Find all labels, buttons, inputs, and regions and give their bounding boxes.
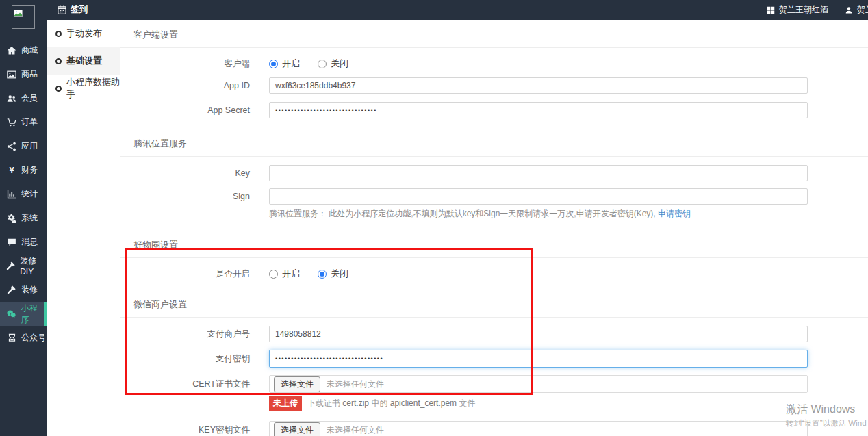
submenu-item-basic-settings[interactable]: 基础设置 — [47, 47, 120, 75]
submenu-item-label: 基础设置 — [66, 55, 102, 67]
circle-on-radio[interactable]: 开启 — [269, 268, 300, 280]
sidebar-item-label: 统计 — [21, 188, 38, 200]
calendar-icon — [58, 5, 66, 14]
admin-app: 签到 贺兰王朝红酒 贺兰王朝红酒 商城 — [0, 0, 868, 436]
sign-input[interactable] — [269, 188, 808, 205]
sidebar-item-decor[interactable]: 装修 — [0, 278, 47, 302]
circle-o-icon — [55, 31, 62, 37]
field-label: App ID — [120, 81, 250, 90]
radio-icon — [318, 270, 327, 279]
tab-signin[interactable]: 签到 — [58, 0, 88, 20]
app-secret-input[interactable] — [269, 102, 808, 118]
th-large-icon — [767, 6, 775, 14]
sign-row: Sign — [120, 188, 868, 205]
user-menu[interactable]: 贺兰王朝红酒 — [845, 4, 868, 16]
hammer-icon — [6, 285, 17, 295]
sidebar-item-label: 商品 — [21, 68, 38, 80]
choose-file-button[interactable]: 选择文件 — [274, 376, 320, 392]
sidebar-item-orders[interactable]: 订单 — [0, 110, 47, 134]
sidebar-item-finance[interactable]: ¥ 财务 — [0, 158, 47, 182]
not-uploaded-badge: 未上传 — [269, 396, 302, 411]
sidebar-nav: 商城 商品 会员 订单 应用 ¥ 财务 — [0, 38, 47, 350]
sidebar-item-system[interactable]: 系统 — [0, 206, 47, 230]
radio-label: 开启 — [282, 268, 300, 280]
wechat-icon — [6, 309, 16, 319]
circle-o-icon — [55, 86, 62, 92]
apply-key-link[interactable]: 申请密钥 — [658, 209, 691, 218]
hourglass-icon — [6, 333, 17, 343]
shop-name: 贺兰王朝红酒 — [779, 4, 828, 16]
key-file-input[interactable]: 选择文件 未选择任何文件 — [269, 421, 808, 436]
sidebar-item-label: 订单 — [21, 116, 38, 128]
field-label: 支付商户号 — [120, 329, 250, 340]
gears-icon — [6, 214, 17, 223]
topbar-right: 贺兰王朝红酒 贺兰王朝红酒 — [767, 0, 868, 20]
radio-icon — [269, 270, 278, 279]
submenu-item-label: 手动发布 — [66, 27, 102, 40]
submenu-item-data-assistant[interactable]: 小程序数据助手 — [47, 75, 120, 102]
sidebar-item-stats[interactable]: 统计 — [0, 182, 47, 206]
secondary-sidebar: 手动发布 基础设置 小程序数据助手 — [47, 20, 120, 436]
chart-icon — [6, 190, 17, 199]
circle-o-icon — [55, 58, 62, 64]
client-toggle-row: 客户端 开启 关闭 — [120, 57, 868, 70]
choose-file-button[interactable]: 选择文件 — [274, 422, 320, 436]
key-row: Key — [120, 165, 868, 181]
client-on-radio[interactable]: 开启 — [269, 57, 300, 70]
sidebar-item-label: 装修 — [21, 284, 38, 296]
sidebar-item-shop[interactable]: 商城 — [0, 38, 47, 62]
share-icon — [6, 142, 17, 151]
app-id-input[interactable] — [269, 77, 808, 94]
shop-link[interactable]: 贺兰王朝红酒 — [767, 4, 828, 16]
yen-icon: ¥ — [6, 166, 17, 175]
field-label: 客户端 — [120, 58, 250, 70]
key-file-row: KEY密钥文件 选择文件 未选择任何文件 — [120, 421, 868, 436]
submenu-item-manual-publish[interactable]: 手动发布 — [47, 20, 120, 47]
client-off-radio[interactable]: 关闭 — [318, 57, 348, 70]
sidebar-item-label: 公众号 — [21, 332, 46, 344]
radio-label: 开启 — [282, 57, 300, 70]
key-input[interactable] — [269, 165, 808, 181]
sidebar-item-messages[interactable]: 消息 — [0, 230, 47, 254]
sidebar-item-goods[interactable]: 商品 — [0, 62, 47, 86]
app-secret-row: App Secret — [120, 102, 868, 118]
sidebar-item-label: 系统 — [21, 212, 38, 224]
field-label: App Secret — [120, 105, 250, 115]
section-title-client-settings: 客户端设置 — [120, 20, 868, 48]
hammer-icon — [6, 261, 16, 271]
sidebar-item-miniprogram[interactable]: 小程序 — [0, 302, 47, 326]
cert-file-input[interactable]: 选择文件 未选择任何文件 — [269, 375, 808, 393]
user-icon — [845, 6, 853, 14]
sign-help-text: 腾讯位置服务： 此处为小程序定位功能,不填则为默认key和Sign一天限制请求一… — [269, 208, 868, 220]
sidebar-item-decor-diy[interactable]: 装修DIY — [0, 254, 47, 278]
sidebar-item-members[interactable]: 会员 — [0, 86, 47, 110]
radio-label: 关闭 — [331, 268, 348, 280]
pay-secret-input[interactable] — [269, 350, 808, 368]
sidebar-item-official-account[interactable]: 公众号 — [0, 326, 47, 350]
circle-off-radio[interactable]: 关闭 — [318, 268, 348, 280]
broken-image-icon — [14, 10, 23, 17]
sidebar-item-apps[interactable]: 应用 — [0, 134, 47, 158]
tab-signin-label: 签到 — [71, 4, 88, 16]
field-label: 支付密钥 — [120, 353, 250, 365]
merchant-id-row: 支付商户号 — [120, 326, 868, 342]
main-sidebar: 商城 商品 会员 订单 应用 ¥ 财务 — [0, 0, 47, 436]
field-label: KEY密钥文件 — [120, 424, 250, 436]
sidebar-item-label: 装修DIY — [20, 255, 47, 277]
section-title-good-circle: 好物圈设置 — [120, 230, 868, 258]
cert-note-text: 下载证书 cert.zip 中的 apiclient_cert.pem 文件 — [307, 398, 475, 409]
submenu-item-label: 小程序数据助手 — [66, 76, 120, 101]
image-icon — [6, 70, 17, 79]
main-content: 客户端设置 客户端 开启 关闭 App ID — [120, 20, 868, 436]
section-title-wechat-merchant: 微信商户设置 — [120, 290, 868, 318]
merchant-id-input[interactable] — [269, 326, 808, 342]
field-label: Sign — [120, 192, 250, 201]
radio-label: 关闭 — [331, 57, 348, 70]
cert-file-row: CERT证书文件 选择文件 未选择任何文件 — [120, 375, 868, 393]
field-label: Key — [120, 168, 250, 178]
field-label: CERT证书文件 — [120, 379, 250, 390]
cert-file-note: 未上传 下载证书 cert.zip 中的 apiclient_cert.pem … — [269, 396, 868, 411]
sidebar-item-label: 会员 — [21, 92, 38, 104]
user-name: 贺兰王朝红酒 — [857, 4, 868, 16]
logo[interactable] — [12, 5, 35, 29]
